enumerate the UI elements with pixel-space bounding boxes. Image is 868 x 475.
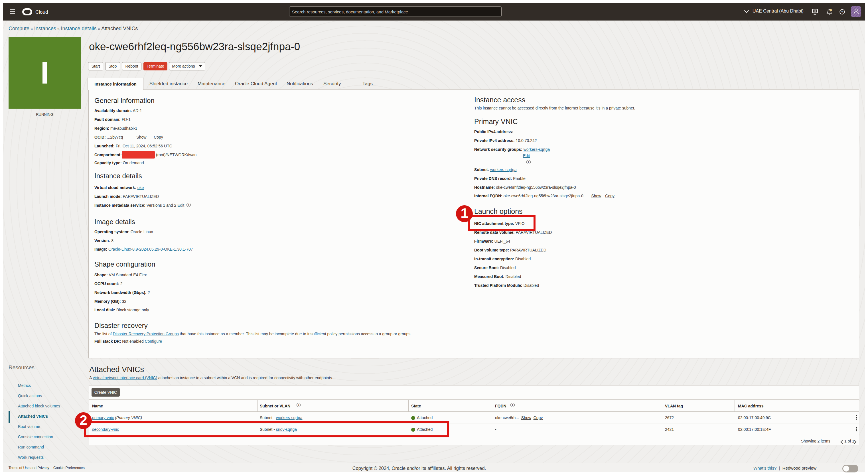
svg-text:?: ? [841, 10, 843, 14]
